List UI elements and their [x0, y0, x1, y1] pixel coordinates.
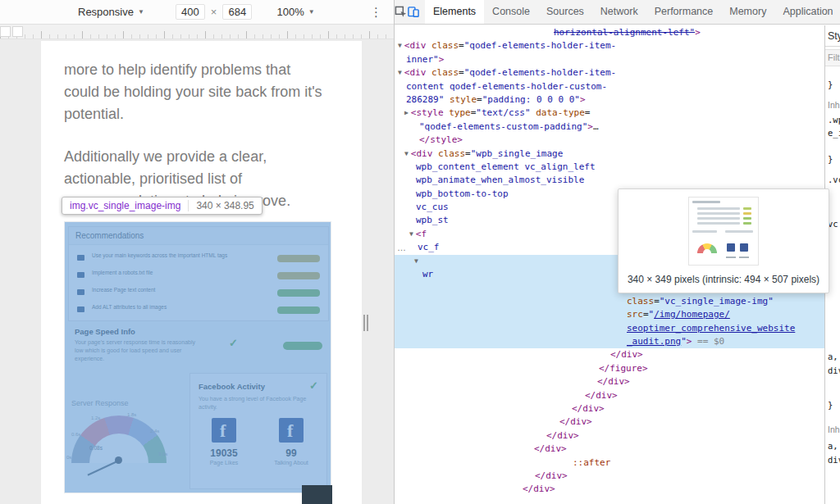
image-preview-thumbnail — [688, 197, 759, 266]
elements-tree-line[interactable]: </figure> — [395, 362, 824, 375]
ruler-corner — [0, 26, 11, 37]
tooltip-selector: img.vc_single_image-img — [70, 200, 180, 211]
devtools-panel: ElementsConsoleSourcesNetworkPerformance… — [394, 0, 840, 504]
elements-tree-line[interactable]: </div> — [395, 443, 824, 456]
devtools-tab-application[interactable]: Application — [774, 0, 840, 24]
elements-tree-line[interactable]: inner"> — [395, 53, 824, 66]
dimension-separator: × — [211, 6, 217, 18]
styles-rule-fragment: } — [828, 154, 833, 164]
devtools-tab-console[interactable]: Console — [484, 0, 538, 24]
viewport-width-input[interactable]: 400 — [176, 4, 205, 20]
devtools-tab-network[interactable]: Network — [592, 0, 646, 24]
zoom-level: 100% — [276, 6, 304, 18]
elements-tree-line[interactable]: src="/img/homepage/ — [395, 308, 824, 321]
device-type-select[interactable]: Responsive ▼ — [78, 6, 144, 18]
styles-rule-fragment: } — [828, 400, 833, 410]
device-toolbar: Responsive ▼ 400 × 684 100% ▼ ⋮ — [0, 0, 394, 25]
horizontal-ruler — [0, 25, 394, 39]
inspect-element-icon[interactable] — [395, 0, 407, 24]
elements-tree-line[interactable]: ▼<div class="qodef-elements-holder-item- — [395, 39, 824, 52]
styles-rule-fragment: div — [828, 366, 840, 375]
elements-tree-line[interactable]: ▼<div class="wpb_single_image — [395, 148, 824, 161]
elements-tree-line[interactable]: </div> — [395, 470, 824, 483]
elements-tree-line[interactable]: "qodef-elements-custom-padding">… — [395, 120, 824, 134]
device-toolbar-icon[interactable] — [407, 0, 420, 24]
elements-tree-line[interactable]: wpb_animate_when_almost_visible — [395, 174, 824, 187]
devtools-tab-bar: ElementsConsoleSourcesNetworkPerformance… — [395, 0, 840, 25]
elements-tree-line[interactable]: class="vc_single_image-img" — [395, 295, 824, 308]
styles-rule-fragment: .wp — [828, 115, 840, 125]
ruler-corner — [12, 26, 23, 37]
devtools-tab-sources[interactable]: Sources — [538, 0, 592, 24]
device-type-label: Responsive — [78, 6, 134, 18]
styles-rule-fragment: .vc — [828, 175, 840, 184]
styles-filter-input[interactable]: Filt — [825, 49, 840, 66]
viewport-resize-handle[interactable] — [363, 315, 368, 331]
inspected-image[interactable]: Recommendations Use your main keywords a… — [64, 221, 331, 493]
facebook-logo-icon — [727, 243, 735, 252]
elements-tree-line[interactable]: </div> — [395, 402, 824, 415]
inspect-overlay-tooltip: img.vc_single_image-img 340 × 348.95 — [62, 197, 262, 215]
elements-tree-line[interactable]: </div> — [395, 348, 824, 361]
elements-tree-line[interactable]: content qodef-elements-holder-custom- — [395, 80, 824, 93]
viewport-height-input[interactable]: 684 — [222, 4, 252, 20]
devtools-tab-memory[interactable]: Memory — [721, 0, 774, 24]
elements-tree-line[interactable]: wpb_content_element vc_align_left — [395, 161, 824, 174]
viewport-dimensions: 400 × 684 — [176, 4, 253, 20]
styles-rule-fragment: a, — [828, 441, 838, 451]
device-mode-pane: Responsive ▼ 400 × 684 100% ▼ ⋮ more to … — [0, 0, 394, 504]
page-paragraph: more to help identify problems thatcould… — [64, 59, 356, 125]
styles-rule-fragment: } — [828, 79, 833, 89]
elements-tree-line[interactable]: ▼<div class="qodef-elements-holder-item- — [395, 66, 824, 79]
elements-tree-line[interactable]: </div> — [395, 375, 824, 388]
facebook-logo-icon — [740, 243, 748, 252]
page-dark-block — [302, 485, 332, 504]
devtools-tab-elements[interactable]: Elements — [425, 0, 484, 24]
elements-tree-line[interactable]: </div> — [395, 389, 824, 402]
image-preview-popup: 340 × 349 pixels (intrinsic: 494 × 507 p… — [618, 188, 829, 293]
elements-tree-line[interactable]: ::after — [395, 456, 824, 470]
element-highlight-overlay — [65, 222, 331, 493]
elements-tree-line[interactable]: </div> — [395, 483, 824, 496]
elements-tree-line[interactable]: </div> — [395, 415, 824, 429]
styles-rule-fragment: Inh — [828, 425, 840, 434]
styles-tab[interactable]: Sty — [828, 30, 840, 42]
elements-tree-line[interactable]: horizontal-alignment-left"> — [395, 26, 824, 39]
styles-rule-fragment: e_i — [828, 128, 840, 138]
chevron-down-icon: ▼ — [138, 8, 144, 16]
mini-gauge — [697, 243, 717, 253]
tooltip-dimensions: 340 × 348.95 — [188, 200, 253, 211]
elements-tree-line[interactable]: ▶<style type="text/css" data-type= — [395, 107, 824, 120]
elements-tree-line[interactable]: </div> — [395, 429, 824, 443]
elements-tree-line[interactable]: _audit.png"> == $0 — [395, 335, 824, 348]
devtools-tabs: ElementsConsoleSourcesNetworkPerformance… — [425, 0, 840, 24]
selected-node-gutter-dots[interactable]: … — [397, 243, 406, 252]
styles-rule-fragment: a, — [828, 352, 838, 361]
zoom-select[interactable]: 100% ▼ — [276, 6, 314, 18]
devtools-tab-performance[interactable]: Performance — [646, 0, 722, 24]
more-options-icon[interactable]: ⋮ — [370, 5, 382, 20]
device-viewport-page: more to help identify problems thatcould… — [41, 41, 362, 504]
styles-rule-fragment: Inh — [828, 100, 840, 110]
elements-tree-line[interactable]: 286289" style="padding: 0 0 0 0"> — [395, 93, 824, 107]
image-preview-caption: 340 × 349 pixels (intrinsic: 494 × 507 p… — [619, 274, 829, 285]
elements-tree-line[interactable]: </style> — [395, 134, 824, 147]
chevron-down-icon: ▼ — [308, 8, 315, 16]
styles-rule-fragment: div — [828, 455, 840, 465]
elements-tree-line[interactable]: seoptimer_comprehensive_website — [395, 322, 824, 335]
